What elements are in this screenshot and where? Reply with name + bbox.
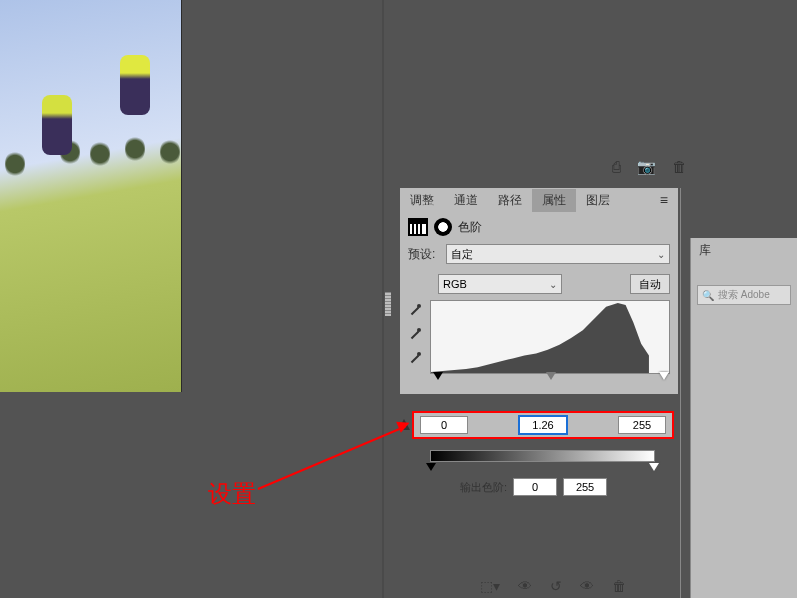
output-shadows-handle[interactable] [426, 463, 436, 471]
preset-select[interactable]: 自定 ⌄ [446, 244, 670, 264]
output-label: 输出色阶: [460, 480, 507, 495]
library-search-input[interactable]: 🔍 搜索 Adobe [697, 285, 791, 305]
properties-panel: 色阶 预设: 自定 ⌄ RGB ⌄ 自动 [400, 212, 678, 394]
channel-value: RGB [443, 278, 467, 290]
tab-adjustments[interactable]: 调整 [400, 189, 444, 212]
channel-select[interactable]: RGB ⌄ [438, 274, 562, 294]
chevron-down-icon: ⌄ [657, 249, 665, 260]
eyedropper-gray-icon[interactable] [408, 328, 424, 344]
photo-detail [160, 138, 180, 166]
panel-menu-icon[interactable]: ≡ [660, 192, 678, 208]
panel-title: 色阶 [458, 219, 482, 236]
input-levels-row [412, 411, 674, 439]
output-shadows-input[interactable] [513, 478, 557, 496]
annotation-label: 设置 [208, 478, 256, 510]
output-gradient[interactable] [430, 450, 655, 462]
visibility2-icon[interactable]: 👁 [580, 578, 594, 594]
histogram-shape [431, 301, 649, 373]
tab-library[interactable]: 库 [691, 238, 797, 263]
output-highlights-input[interactable] [563, 478, 607, 496]
svg-marker-0 [431, 303, 649, 373]
search-icon: 🔍 [702, 290, 714, 301]
preset-label: 预设: [408, 246, 440, 263]
visibility-icon[interactable]: 👁 [518, 578, 532, 594]
tab-properties[interactable]: 属性 [532, 189, 576, 212]
camera-icon[interactable]: 📷 [637, 158, 656, 176]
chevron-down-icon: ⌄ [549, 279, 557, 290]
photo-placeholder [0, 0, 181, 392]
canvas-image[interactable] [0, 0, 182, 392]
eyedropper-group [408, 300, 424, 374]
histogram-chart[interactable] [430, 300, 670, 374]
tab-channels[interactable]: 通道 [444, 189, 488, 212]
panel-divider-right[interactable] [680, 188, 681, 598]
library-panel: 库 🔍 搜索 Adobe [690, 238, 797, 598]
export-icon[interactable]: ⎙ [612, 158, 621, 176]
panel-grip[interactable] [385, 292, 391, 316]
output-highlights-handle[interactable] [649, 463, 659, 471]
photo-detail [90, 140, 110, 168]
eyedropper-black-icon[interactable] [408, 304, 424, 320]
delete-icon[interactable]: 🗑 [612, 578, 626, 594]
output-levels-row: 输出色阶: [460, 478, 607, 496]
mask-icon[interactable] [434, 218, 452, 236]
reset-icon[interactable]: ↺ [550, 578, 562, 594]
preset-value: 自定 [451, 247, 473, 262]
levels-icon [408, 218, 428, 236]
trash-icon[interactable]: 🗑 [672, 158, 687, 176]
auto-button[interactable]: 自动 [630, 274, 670, 294]
midtones-input[interactable] [519, 416, 567, 434]
midtones-slider-handle[interactable] [546, 372, 556, 380]
photo-detail [42, 95, 72, 155]
tab-layers[interactable]: 图层 [576, 189, 620, 212]
photo-detail [125, 135, 145, 163]
doc-actions: ⎙ 📷 🗑 [612, 158, 687, 176]
panel-footer-actions: ⬚▾ 👁 ↺ 👁 🗑 [480, 578, 626, 594]
eyedropper-white-icon[interactable] [408, 352, 424, 368]
library-search-placeholder: 搜索 Adobe [718, 288, 770, 302]
photo-detail [5, 150, 25, 178]
panel-divider[interactable] [382, 0, 384, 598]
tab-paths[interactable]: 路径 [488, 189, 532, 212]
shadows-slider-handle[interactable] [433, 372, 443, 380]
highlights-slider-handle[interactable] [659, 372, 669, 380]
photo-detail [120, 55, 150, 115]
highlights-input[interactable] [618, 416, 666, 434]
input-slider-track[interactable] [438, 374, 664, 384]
clip-to-layer-icon[interactable]: ⬚▾ [480, 578, 500, 594]
shadows-input[interactable] [420, 416, 468, 434]
panel-tabs: 调整 通道 路径 属性 图层 ≡ [400, 188, 678, 212]
